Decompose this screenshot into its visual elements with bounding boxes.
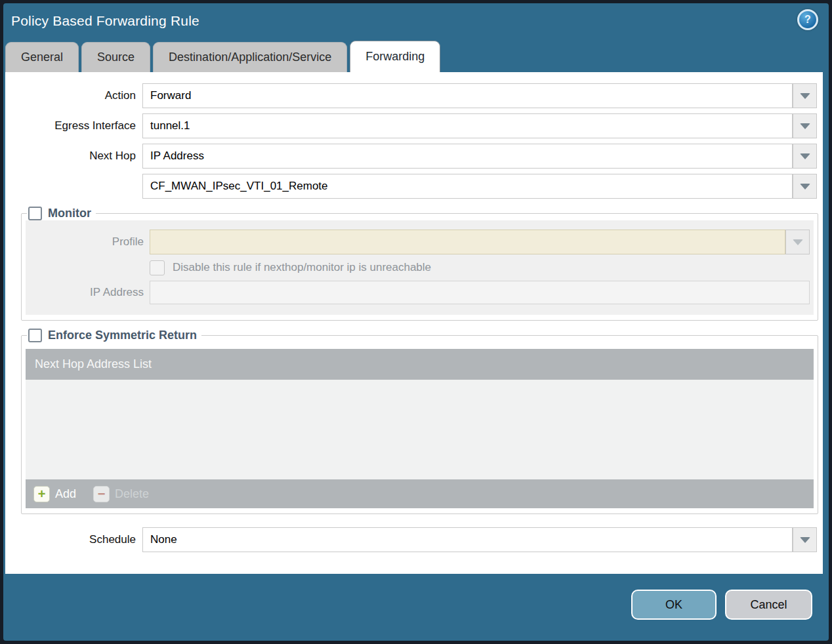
policy-based-forwarding-dialog: Policy Based Forwarding Rule ? General S… — [3, 3, 829, 641]
plus-icon: + — [33, 486, 50, 502]
monitor-ip-address-label: IP Address — [26, 286, 144, 299]
enforce-symmetric-return-legend: Enforce Symmetric Return — [27, 329, 201, 342]
tab-bar: General Source Destination/Application/S… — [5, 41, 829, 72]
disable-rule-row: Disable this rule if nexthop/monitor ip … — [150, 258, 814, 277]
egress-interface-select[interactable]: tunnel.1 — [142, 113, 817, 138]
tab-forwarding[interactable]: Forwarding — [350, 41, 440, 72]
next-hop-address-value: CF_MWAN_IPsec_VTI_01_Remote — [142, 174, 793, 199]
monitor-checkbox[interactable] — [28, 207, 42, 220]
next-hop-address-row: CF_MWAN_IPsec_VTI_01_Remote — [5, 174, 817, 199]
profile-dropdown-button-disabled — [785, 230, 810, 254]
next-hop-label: Next Hop — [5, 150, 136, 163]
next-hop-address-list-toolbar: + Add − Delete — [26, 479, 814, 508]
next-hop-type-value: IP Address — [142, 144, 793, 169]
egress-interface-row: Egress Interface tunnel.1 — [5, 113, 817, 138]
action-value: Forward — [142, 83, 793, 108]
question-mark-glyph: ? — [804, 14, 811, 26]
delete-button-label: Delete — [115, 487, 149, 501]
chevron-down-icon — [800, 93, 810, 99]
forwarding-panel: Action Forward Egress Interface tunnel.1… — [5, 72, 823, 574]
chevron-down-icon — [800, 123, 810, 129]
profile-value — [150, 230, 785, 254]
enforce-symmetric-return-label: Enforce Symmetric Return — [48, 329, 197, 342]
monitor-group: Monitor Profile Disable this rule if nex… — [21, 207, 818, 321]
monitor-ip-address-input-disabled — [150, 281, 810, 304]
tab-source[interactable]: Source — [81, 42, 150, 72]
egress-interface-dropdown-button[interactable] — [793, 113, 817, 138]
chevron-down-icon — [800, 153, 810, 159]
schedule-label: Schedule — [5, 533, 136, 546]
chevron-down-icon — [800, 537, 810, 543]
action-label: Action — [5, 89, 136, 102]
tab-general[interactable]: General — [5, 42, 79, 72]
chevron-down-icon — [793, 239, 803, 245]
next-hop-row: Next Hop IP Address — [5, 144, 817, 169]
schedule-select[interactable]: None — [142, 527, 817, 552]
monitor-ip-address-row: IP Address — [26, 281, 814, 304]
action-select[interactable]: Forward — [142, 83, 817, 108]
monitor-legend: Monitor — [27, 207, 96, 220]
add-button[interactable]: + Add — [33, 486, 76, 502]
next-hop-address-select[interactable]: CF_MWAN_IPsec_VTI_01_Remote — [142, 174, 817, 199]
help-icon[interactable]: ? — [797, 9, 818, 30]
dialog-title: Policy Based Forwarding Rule — [11, 13, 199, 29]
minus-icon: − — [93, 486, 110, 502]
ok-button[interactable]: OK — [631, 590, 717, 620]
action-dropdown-button[interactable] — [793, 83, 817, 108]
delete-button-disabled: − Delete — [93, 486, 149, 502]
schedule-row: Schedule None — [5, 527, 817, 552]
next-hop-address-list-body[interactable] — [26, 380, 814, 479]
cancel-button[interactable]: Cancel — [725, 590, 812, 620]
profile-label: Profile — [26, 235, 144, 249]
disable-rule-checkbox-disabled — [150, 260, 165, 275]
schedule-dropdown-button[interactable] — [793, 527, 817, 552]
title-bar: Policy Based Forwarding Rule ? — [3, 3, 829, 41]
action-row: Action Forward — [5, 83, 817, 108]
chevron-down-icon — [800, 184, 810, 190]
next-hop-type-select[interactable]: IP Address — [142, 144, 817, 169]
egress-interface-label: Egress Interface — [5, 119, 136, 132]
tab-destination-application-service[interactable]: Destination/Application/Service — [153, 42, 347, 72]
schedule-value: None — [142, 527, 793, 552]
next-hop-address-list-table: Next Hop Address List + Add − Delete — [26, 349, 814, 508]
egress-interface-value: tunnel.1 — [142, 113, 793, 138]
next-hop-address-list-header: Next Hop Address List — [26, 349, 814, 380]
disable-rule-label: Disable this rule if nexthop/monitor ip … — [173, 261, 431, 274]
profile-select-disabled — [150, 230, 810, 254]
monitor-label: Monitor — [48, 207, 91, 220]
next-hop-address-dropdown-button[interactable] — [793, 174, 817, 199]
enforce-symmetric-return-group: Enforce Symmetric Return Next Hop Addres… — [21, 329, 818, 514]
monitor-panel: Profile Disable this rule if nexthop/mon… — [26, 220, 814, 315]
add-button-label: Add — [55, 487, 76, 501]
dialog-footer: OK Cancel — [3, 574, 829, 635]
profile-row: Profile — [26, 230, 814, 254]
next-hop-dropdown-button[interactable] — [793, 144, 817, 169]
enforce-symmetric-return-checkbox[interactable] — [28, 329, 42, 342]
